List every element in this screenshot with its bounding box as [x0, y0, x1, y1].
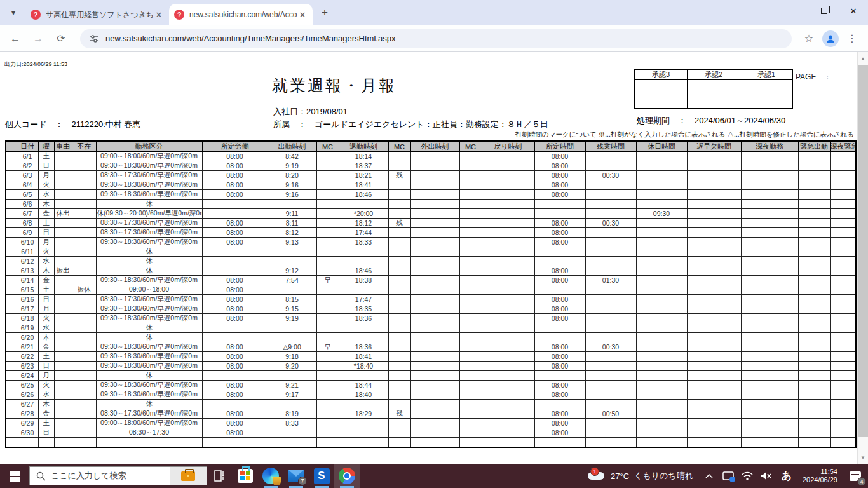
attendance-cell — [534, 285, 585, 295]
attendance-cell — [459, 247, 482, 257]
weather-widget[interactable]: 1 27°C くもりのち晴れ — [581, 464, 700, 488]
search-icon — [36, 471, 46, 481]
approval-cell — [635, 80, 688, 109]
attendance-cell: 18:12 — [339, 219, 388, 228]
attendance-cell — [636, 228, 687, 238]
briefcase-widget[interactable] — [170, 467, 207, 485]
attendance-cell: 6/25 — [17, 381, 38, 390]
attendance-cell — [798, 400, 830, 409]
hidden-icons-button[interactable] — [701, 464, 717, 488]
attendance-cell — [798, 438, 830, 447]
restore-button[interactable] — [810, 0, 839, 22]
new-tab-button[interactable]: + — [316, 4, 333, 21]
back-button[interactable]: ← — [6, 30, 24, 48]
vertical-scrollbar[interactable]: ▲ ▼ — [857, 52, 868, 464]
attendance-cell — [741, 409, 798, 419]
chrome-button[interactable] — [334, 464, 360, 488]
attendance-cell: 08:30～17:30 — [96, 428, 202, 438]
affiliation: 所属 ： ゴールドエイジエクセレント：正社員：勤務設定：８Ｈ／５日 — [273, 119, 548, 130]
attendance-cell — [6, 209, 17, 219]
store-button[interactable] — [233, 464, 258, 488]
attendance-cell — [636, 381, 687, 390]
attendance-cell: 08:00 — [534, 352, 585, 362]
attendance-cell — [202, 438, 268, 447]
url-text: new.satsukichan.com/web/Accounting/TimeM… — [105, 34, 395, 43]
attendance-cell — [54, 400, 72, 409]
attendance-row: 6/26水09:30～18:30/60m/早遅0m/深0m08:009:1718… — [6, 390, 856, 400]
taskbar-search-input[interactable]: ここに入力して検索 — [29, 466, 207, 485]
reload-button[interactable]: ⟳ — [52, 30, 70, 48]
attendance-cell — [798, 266, 830, 276]
attendance-cell — [798, 352, 830, 362]
task-view-button[interactable] — [207, 464, 233, 488]
taskbar-clock[interactable]: 11:54 2024/06/29 — [797, 468, 843, 484]
browser-tab-active[interactable]: ? new.satsukichan.com/web/Acco ✕ — [169, 4, 313, 25]
close-window-button[interactable]: ✕ — [839, 0, 868, 22]
forward-button[interactable]: → — [29, 30, 47, 48]
attendance-cell — [54, 409, 72, 419]
profile-button[interactable] — [821, 29, 840, 48]
attendance-cell: 金 — [38, 209, 54, 219]
attendance-cell — [741, 228, 798, 238]
attendance-cell — [268, 285, 316, 295]
volume-tray-button[interactable] — [758, 464, 775, 488]
attendance-row: 6/21金09:30～18:30/60m/早遅0m/深0m08:00△9:00早… — [6, 342, 856, 352]
mail-button[interactable]: 7 — [283, 464, 309, 488]
site-info-icon[interactable] — [89, 34, 99, 44]
cast-tray-button[interactable] — [720, 464, 736, 488]
task-view-icon — [214, 470, 226, 482]
mark-note: 打刻時間のマークについて ※...打刻がなく入力した場合に表示される △...打… — [515, 130, 854, 139]
menu-dots-icon[interactable]: ⋮ — [843, 29, 862, 48]
attendance-cell — [410, 304, 459, 314]
minimize-button[interactable] — [780, 0, 810, 22]
attendance-cell — [482, 209, 534, 219]
attendance-header-row: 日付曜事由不在勤務区分所定労働出勤時刻MC退勤時刻MC外出時刻MC戻り時刻所定時… — [6, 141, 856, 152]
start-button[interactable] — [0, 464, 29, 488]
edge-button[interactable] — [258, 464, 283, 488]
attendance-cell: 9:11 — [268, 209, 316, 219]
approval-cell — [740, 80, 793, 109]
attendance-cell — [636, 342, 687, 352]
attendance-cell — [6, 323, 17, 333]
browser-tab-inactive[interactable]: ? サ高住専用経営ソフトさつきちゃん ✕ — [25, 4, 169, 25]
attendance-cell — [687, 428, 741, 438]
scroll-up-icon[interactable]: ▲ — [858, 53, 868, 64]
attendance-cell — [636, 295, 687, 304]
notification-center-button[interactable]: 4 — [843, 464, 868, 488]
attendance-cell — [459, 180, 482, 190]
attendance-cell: 18:37 — [339, 161, 388, 171]
tab-close-icon[interactable]: ✕ — [297, 10, 308, 20]
s-app-button[interactable]: S — [309, 464, 334, 488]
scrollbar-thumb[interactable] — [858, 65, 868, 437]
tab-close-icon[interactable]: ✕ — [154, 10, 164, 20]
attendance-cell — [687, 295, 741, 304]
wifi-tray-button[interactable] — [739, 464, 756, 488]
attendance-cell — [830, 428, 856, 438]
attendance-row: 6/2日09:30～18:30/60m/早遅0m/深0m08:009:1918:… — [6, 161, 856, 171]
attendance-cell — [687, 304, 741, 314]
attendance-cell — [388, 238, 410, 247]
attendance-cell: 土 — [38, 152, 54, 161]
scroll-down-icon[interactable]: ▼ — [858, 452, 868, 463]
attendance-cell — [410, 409, 459, 419]
attendance-row: 6/9日08:30～17:30/60m/早遅0m/深0m08:008:1217:… — [6, 228, 856, 238]
attendance-cell: 08:00 — [534, 295, 585, 304]
attendance-cell — [585, 161, 636, 171]
address-bar[interactable]: new.satsukichan.com/web/Accounting/TimeM… — [80, 29, 792, 48]
attendance-cell — [585, 323, 636, 333]
attendance-cell — [482, 314, 534, 323]
attendance-cell — [636, 219, 687, 228]
ime-indicator[interactable]: あ — [777, 464, 796, 488]
attendance-cell — [798, 285, 830, 295]
attendance-cell — [830, 409, 856, 419]
processing-period: 処理期間 ： 2024/06/01～2024/06/30 — [637, 115, 785, 126]
attendance-cell — [316, 362, 339, 371]
attendance-cell — [830, 152, 856, 161]
attendance-cell — [482, 161, 534, 171]
column-header: 不在 — [72, 141, 96, 152]
tab-search-button[interactable]: ▾ — [5, 4, 22, 21]
column-header: 事由 — [54, 141, 72, 152]
attendance-cell: 00:50 — [585, 409, 636, 419]
attendance-cell — [72, 438, 96, 447]
bookmark-star-button[interactable]: ☆ — [799, 29, 818, 48]
